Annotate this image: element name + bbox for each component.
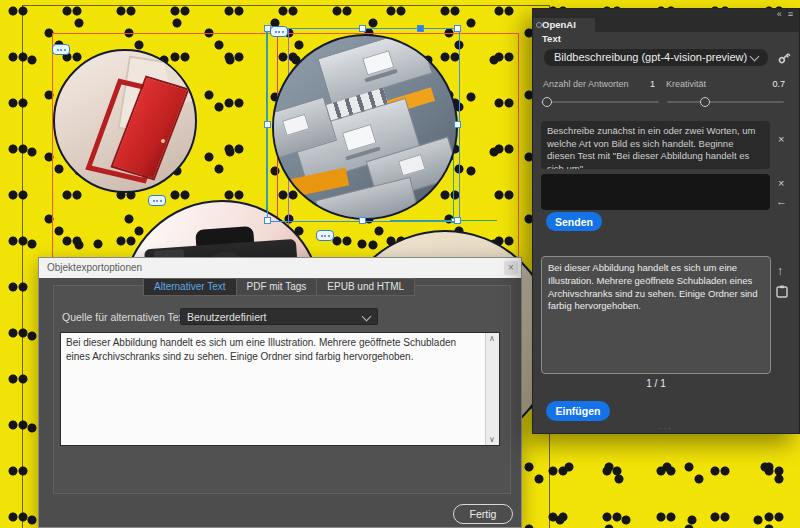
alt-text-source-label: Quelle für alternativen Text: <box>62 311 190 323</box>
dialog-title: Objektexportoptionen <box>39 258 521 278</box>
selection-handle-n[interactable] <box>359 25 366 32</box>
panel-tab-dot-icon <box>536 22 542 28</box>
indesign-workspace: Objektexportoptionen × Alternativer Text… <box>0 0 800 528</box>
panel-tab-bar: « ≡ OpenAI Text <box>533 9 799 32</box>
collapse-panel-icon[interactable]: « <box>777 9 782 19</box>
dialog-close-button[interactable]: × <box>504 261 518 275</box>
alt-text-field-wrap: Bei dieser Abbildung handelt es sich um … <box>60 332 500 446</box>
prompt-textarea[interactable]: Beschreibe zunächst in ein oder zwei Wor… <box>541 121 770 169</box>
scrollbar[interactable]: ∧ ∨ <box>485 333 499 445</box>
clipboard-icon[interactable] <box>776 285 788 298</box>
panel-resize-grip[interactable]: ··· <box>533 426 799 432</box>
insert-up-icon[interactable]: ↑ <box>777 265 783 277</box>
selection-handle-ne[interactable] <box>454 25 461 32</box>
chevron-down-icon <box>362 312 372 322</box>
done-button[interactable]: Fertig <box>453 504 513 524</box>
preset-select[interactable]: Bildbeschreibung (gpt-4-vision-preview) <box>544 49 768 66</box>
send-button[interactable]: Senden <box>546 212 602 231</box>
answers-slider-track[interactable] <box>541 101 659 103</box>
response-textarea[interactable]: Bei dieser Abbildung handelt es sich um … <box>541 256 771 374</box>
selection-handle-w[interactable] <box>264 121 271 128</box>
object-export-options-dialog: Objektexportoptionen × Alternativer Text… <box>38 257 522 528</box>
alt-text-source-value: Benutzerdefiniert <box>187 311 266 323</box>
alt-text-source-select[interactable]: Benutzerdefiniert <box>180 308 378 325</box>
frame-adornment-badge[interactable] <box>52 44 70 55</box>
selection-handle-se[interactable] <box>454 217 461 224</box>
door-knob <box>161 139 165 143</box>
dialog-tabs: Alternativer Text PDF mit Tags EPUB und … <box>143 278 415 294</box>
selection-frame[interactable] <box>267 28 460 222</box>
clear-secondary-icon[interactable]: × <box>778 177 784 189</box>
dialog-tab-content: Alternativer Text PDF mit Tags EPUB und … <box>53 285 511 494</box>
alt-text-source-row: Quelle für alternativen Text: Benutzerde… <box>62 308 502 326</box>
clear-prompt-icon[interactable]: × <box>778 133 784 145</box>
answers-value: 1 <box>633 79 655 89</box>
frame-adornment-badge[interactable] <box>148 195 166 206</box>
scroll-down-icon[interactable]: ∨ <box>489 436 496 443</box>
creativity-value: 0.7 <box>759 79 785 89</box>
tab-alternativer-text[interactable]: Alternativer Text <box>143 278 237 296</box>
back-arrow-icon[interactable]: ← <box>776 195 787 207</box>
secondary-prompt-textarea[interactable] <box>541 174 770 210</box>
chevron-down-icon <box>750 52 760 62</box>
openai-text-panel: « ≡ OpenAI Text Bildbeschreibung (gpt-4-… <box>532 8 800 434</box>
preset-value: Bildbeschreibung (gpt-4-vision-preview) <box>554 51 747 63</box>
panel-tab-openai-text[interactable]: OpenAI Text <box>533 18 595 32</box>
selection-handle-sw[interactable] <box>264 217 271 224</box>
insert-button[interactable]: Einfügen <box>546 401 610 421</box>
tab-epub-und-html[interactable]: EPUB und HTML <box>317 278 415 296</box>
image-red-door[interactable] <box>53 49 197 193</box>
creativity-slider-knob[interactable] <box>700 97 710 107</box>
api-key-icon[interactable] <box>776 50 792 66</box>
panel-bar-icons: « ≡ <box>777 9 793 19</box>
selection-handle-s[interactable] <box>359 217 366 224</box>
tab-pdf-mit-tags[interactable]: PDF mit Tags <box>237 278 318 296</box>
creativity-label: Kreativität <box>666 79 706 89</box>
panel-menu-icon[interactable]: ≡ <box>788 9 793 19</box>
response-pager: 1 / 1 <box>541 378 771 389</box>
selection-handle-n-solid[interactable] <box>417 25 424 32</box>
scroll-up-icon[interactable]: ∧ <box>489 335 496 342</box>
answers-slider-knob[interactable] <box>542 97 552 107</box>
creativity-slider-track[interactable] <box>667 101 784 103</box>
frame-adornment-badge[interactable] <box>270 26 288 37</box>
frame-adornment-badge[interactable] <box>316 230 334 241</box>
selection-handle-e[interactable] <box>454 121 461 128</box>
answers-label: Anzahl der Antworten <box>543 79 629 89</box>
alt-text-textarea[interactable]: Bei dieser Abbildung handelt es sich um … <box>61 333 485 445</box>
